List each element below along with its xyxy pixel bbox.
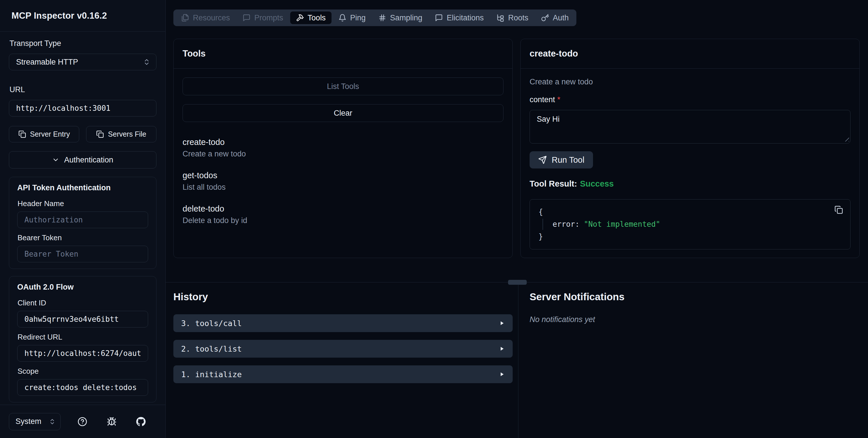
tab-prompts[interactable]: Prompts <box>237 11 289 24</box>
required-mark: * <box>557 95 561 104</box>
tools-panel-header: Tools <box>174 39 513 69</box>
copy-icon <box>834 206 843 214</box>
tab-elicitations[interactable]: Elicitations <box>429 11 489 24</box>
tab-resources[interactable]: Resources <box>175 11 236 24</box>
server-entry-button[interactable]: Server Entry <box>9 126 79 143</box>
servers-file-button[interactable]: Servers File <box>86 126 156 143</box>
api-token-auth-title: API Token Authentication <box>17 183 148 192</box>
client-id-input[interactable] <box>17 311 148 327</box>
github-button[interactable] <box>135 416 147 427</box>
bearer-token-label: Bearer Token <box>18 233 148 242</box>
transport-type-label: Transport Type <box>9 39 156 48</box>
bottom-panels: History 3. tools/call 2. tools/list <box>166 282 868 438</box>
tools-panel: Tools List Tools Clear create-todo Creat… <box>174 39 513 258</box>
url-label: URL <box>9 85 156 94</box>
server-notifications-title: Server Notifications <box>530 291 868 303</box>
tool-list: create-todo Create a new todo get-todos … <box>183 137 503 225</box>
chevrons-up-down-icon <box>143 58 150 66</box>
sidebar: MCP Inspector v0.16.2 Transport Type Str… <box>0 0 166 438</box>
redirect-url-label: Redirect URL <box>18 333 148 342</box>
sidebar-footer-icons <box>76 416 147 427</box>
files-icon <box>181 14 189 22</box>
splitter-handle[interactable] <box>508 280 527 285</box>
content-textarea[interactable]: Say Hi <box>530 110 850 144</box>
server-config-buttons: Server Entry Servers File <box>9 126 156 143</box>
copy-result-button[interactable] <box>834 205 844 215</box>
json-open-brace: { <box>538 206 842 218</box>
hash-icon <box>378 14 386 22</box>
history-item-initialize[interactable]: 1. initialize <box>174 365 513 383</box>
tab-bar: Resources Prompts Tools Ping <box>174 9 577 26</box>
copy-icon <box>96 130 104 138</box>
json-error-line: error:"Not implemented" <box>538 218 842 230</box>
tool-runner-title: create-todo <box>530 49 578 59</box>
tool-runner-panel: create-todo Create a new todo content* S… <box>520 39 860 258</box>
clear-button[interactable]: Clear <box>183 104 503 122</box>
help-circle-icon <box>78 417 87 427</box>
hammer-icon <box>296 14 304 22</box>
bearer-token-input[interactable] <box>17 246 148 262</box>
help-button[interactable] <box>76 416 88 427</box>
url-input[interactable] <box>9 100 156 117</box>
report-bug-button[interactable] <box>106 416 117 427</box>
server-notifications-panel: Server Notifications No notifications ye… <box>518 282 868 438</box>
scope-input[interactable] <box>17 379 148 396</box>
main-top: Resources Prompts Tools Ping <box>166 0 868 282</box>
run-tool-button[interactable]: Run Tool <box>530 151 593 168</box>
message-square-icon <box>243 14 251 22</box>
tab-ping[interactable]: Ping <box>333 11 371 24</box>
tool-result-json: { error:"Not implemented" } <box>530 199 850 249</box>
history-item-tools-list[interactable]: 2. tools/list <box>174 340 513 357</box>
list-item[interactable]: get-todos List all todos <box>183 171 503 192</box>
oauth-flow-card: OAuth 2.0 Flow Client ID Redirect URL Sc… <box>9 276 156 402</box>
expand-play-icon <box>499 320 505 326</box>
tab-tools[interactable]: Tools <box>290 11 332 24</box>
status-badge: Success <box>580 179 614 188</box>
chevron-down-icon <box>52 156 59 164</box>
history-title: History <box>174 291 513 303</box>
header-name-input[interactable] <box>17 212 148 228</box>
sidebar-header: MCP Inspector v0.16.2 <box>0 0 165 32</box>
list-item[interactable]: create-todo Create a new todo <box>183 137 503 158</box>
message-square-icon <box>435 14 443 22</box>
content-field-label: content* <box>530 95 850 104</box>
no-notifications-message: No notifications yet <box>530 315 868 324</box>
tree-icon <box>496 14 504 22</box>
theme-select[interactable]: System <box>9 413 61 430</box>
app-title: MCP Inspector v0.16.2 <box>11 11 107 21</box>
bell-icon <box>338 14 346 22</box>
api-token-auth-card: API Token Authentication Header Name Bea… <box>9 177 156 269</box>
tools-panel-title: Tools <box>183 49 206 59</box>
tab-sampling[interactable]: Sampling <box>373 11 428 24</box>
json-close-brace: } <box>538 230 842 243</box>
redirect-url-input[interactable] <box>17 345 148 362</box>
tool-result-line: Tool Result:Success <box>530 179 850 189</box>
client-id-label: Client ID <box>18 299 148 307</box>
oauth-flow-title: OAuth 2.0 Flow <box>17 283 148 292</box>
list-item[interactable]: delete-todo Delete a todo by id <box>183 204 503 225</box>
tab-auth[interactable]: Auth <box>535 11 575 24</box>
theme-select-value: System <box>16 417 41 426</box>
sidebar-footer: System <box>0 405 165 438</box>
indent-guide <box>542 219 543 230</box>
authentication-toggle[interactable]: Authentication <box>9 151 156 168</box>
key-icon <box>541 14 549 22</box>
scope-label: Scope <box>18 367 148 376</box>
expand-play-icon <box>499 346 505 352</box>
main-content: Resources Prompts Tools Ping <box>166 0 868 438</box>
header-name-label: Header Name <box>18 199 148 208</box>
list-tools-button[interactable]: List Tools <box>183 77 503 95</box>
expand-play-icon <box>499 371 505 377</box>
tab-roots[interactable]: Roots <box>491 11 534 24</box>
sidebar-body: Transport Type Streamable HTTP URL Serve… <box>0 32 165 405</box>
history-panel: History 3. tools/call 2. tools/list <box>166 282 518 438</box>
history-item-tools-call[interactable]: 3. tools/call <box>174 314 513 332</box>
bug-icon <box>107 417 117 427</box>
transport-type-select[interactable]: Streamable HTTP <box>9 54 156 70</box>
copy-icon <box>19 130 26 138</box>
github-icon <box>136 417 146 427</box>
chevrons-up-down-icon <box>49 418 56 425</box>
top-panels: Tools List Tools Clear create-todo Creat… <box>174 39 860 258</box>
app-root: MCP Inspector v0.16.2 Transport Type Str… <box>0 0 868 438</box>
send-icon <box>538 156 547 164</box>
